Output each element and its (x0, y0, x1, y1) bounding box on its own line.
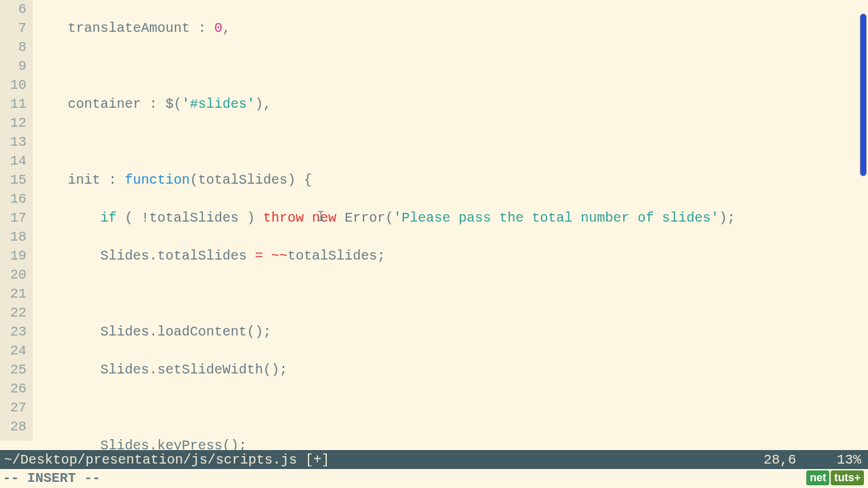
code-area[interactable]: translateAmount : 0, container : $('#sli… (33, 0, 868, 441)
vim-mode-indicator: -- INSERT -- (0, 469, 868, 488)
status-bar: ~/Desktop/presentation/js/scripts.js [+]… (0, 450, 868, 469)
vertical-scrollbar[interactable] (860, 14, 867, 176)
line-number-gutter: 678 91011 121314 151617 181920 212223 24… (0, 0, 33, 441)
nettuts-logo: net tuts+ (806, 470, 864, 485)
scroll-percent: 13% (837, 452, 861, 468)
file-path: ~/Desktop/presentation/js/scripts.js [+] (4, 452, 764, 468)
text-cursor: ꕯ (317, 208, 324, 227)
cursor-position: 28,6 (764, 452, 796, 468)
code-editor[interactable]: 678 91011 121314 151617 181920 212223 24… (0, 0, 868, 441)
